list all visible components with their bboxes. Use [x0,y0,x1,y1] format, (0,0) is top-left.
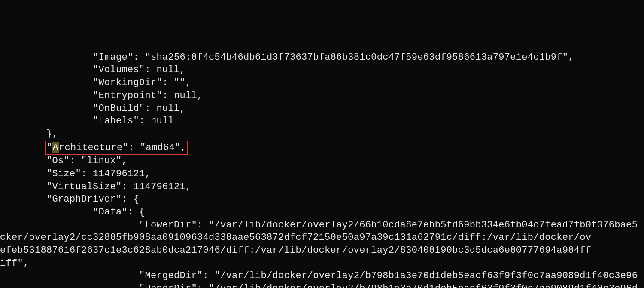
json-line: "Data": { [0,207,145,218]
json-line: "Entrypoint": null, [0,90,203,101]
json-line: "VirtualSize": 114796121, [0,181,191,192]
json-line: "Os": "linux", [0,156,128,166]
json-line: "MergedDir": "/var/lib/docker/overlay2/b… [0,270,638,281]
json-line: "Labels": null [0,116,174,126]
terminal-output[interactable]: "Image": "sha256:8f4c54b46db61d3f73637bf… [0,51,644,288]
json-line: "WorkingDir": "", [0,77,191,88]
json-line: "OnBuild": null, [0,103,185,114]
json-line: "Size": 114796121, [0,169,151,179]
cursor-highlight: A [52,142,59,153]
json-line: efeb531887616f2637c1e3c628ab0dca217046/d… [0,245,591,256]
json-line: cker/overlay2/cc32885fb908aa09109634d338… [0,232,591,243]
json-line: "UpperDir": "/var/lib/docker/overlay2/b7… [0,283,638,288]
highlight-box: "Architecture": "amd64", [45,141,188,155]
json-line-architecture: "Architecture": "amd64", [0,142,188,153]
json-line: "GraphDriver": { [0,194,139,205]
json-line: "Image": "sha256:8f4c54b46db61d3f73637bf… [0,52,574,63]
json-line: "Volumes": null, [0,64,185,75]
json-line: "LowerDir": "/var/lib/docker/overlay2/66… [0,220,638,230]
json-line: }, [0,129,58,139]
json-line: iff", [0,258,29,269]
